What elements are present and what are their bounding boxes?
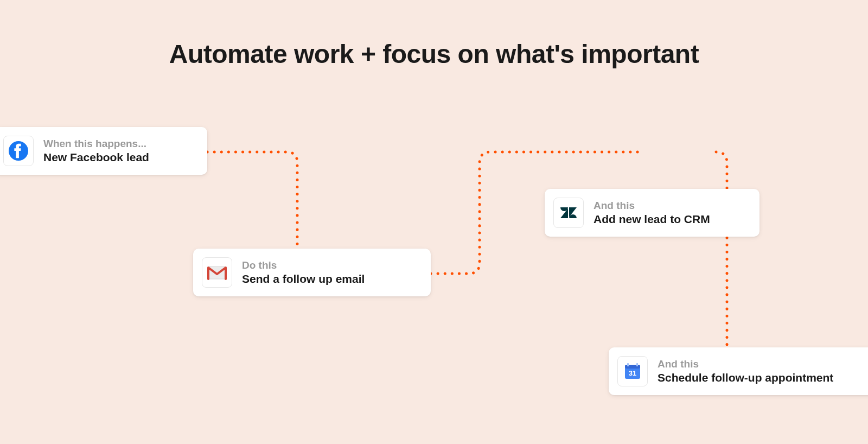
step-action: New Facebook lead	[43, 151, 149, 164]
step-subtitle: And this	[658, 358, 833, 370]
step-card-crm[interactable]: And this Add new lead to CRM	[545, 189, 760, 237]
facebook-icon	[3, 136, 34, 166]
step-subtitle: Do this	[242, 259, 365, 271]
step-card-email[interactable]: Do this Send a follow up email	[193, 249, 431, 296]
step-card-calendar[interactable]: 31 And this Schedule follow-up appointme…	[609, 347, 868, 395]
step-subtitle: And this	[593, 200, 710, 212]
page-title: Automate work + focus on what's importan…	[0, 39, 868, 69]
svg-rect-5	[636, 363, 638, 366]
step-action: Schedule follow-up appointment	[658, 371, 833, 384]
svg-rect-4	[627, 363, 629, 366]
google-calendar-icon: 31	[617, 356, 648, 386]
step-action: Add new lead to CRM	[593, 213, 710, 226]
step-subtitle: When this happens...	[43, 138, 149, 150]
zendesk-icon	[553, 198, 584, 228]
step-card-trigger[interactable]: When this happens... New Facebook lead	[0, 127, 207, 175]
gmail-icon	[202, 257, 232, 288]
svg-text:31: 31	[629, 369, 636, 377]
step-action: Send a follow up email	[242, 272, 365, 286]
